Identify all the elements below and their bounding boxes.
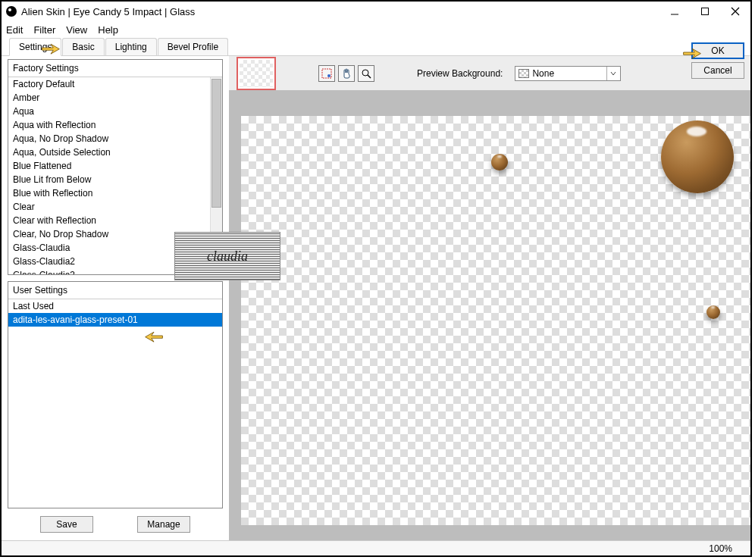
factory-item[interactable]: Blue Flattened xyxy=(8,159,222,173)
factory-item[interactable]: Amber xyxy=(8,91,222,105)
svg-rect-1 xyxy=(702,8,709,15)
factory-item[interactable]: Clear xyxy=(8,200,222,214)
titlebar: Alien Skin | Eye Candy 5 Impact | Glass xyxy=(2,2,750,21)
tab-lighting[interactable]: Lighting xyxy=(105,38,157,55)
tab-basic[interactable]: Basic xyxy=(62,38,104,55)
chevron-down-icon xyxy=(606,67,619,80)
factory-item[interactable]: Aqua with Reflection xyxy=(8,118,222,132)
menu-help[interactable]: Help xyxy=(98,24,118,36)
app-icon xyxy=(6,6,17,17)
factory-settings-list[interactable]: Factory Settings Factory DefaultAmberAqu… xyxy=(8,59,223,275)
user-item[interactable]: Last Used xyxy=(8,299,222,313)
maximize-button[interactable] xyxy=(690,2,720,21)
factory-item[interactable]: Glass-Claudia3 xyxy=(8,268,222,274)
preset-button-row: Save Manage xyxy=(8,515,223,534)
preview-bg-value: None xyxy=(532,68,554,79)
status-bar: 100% xyxy=(2,540,750,555)
minimize-button[interactable] xyxy=(659,2,690,21)
cancel-button[interactable]: Cancel xyxy=(691,62,744,79)
tool-hand-icon[interactable] xyxy=(338,65,355,82)
save-button[interactable]: Save xyxy=(40,516,93,533)
zoom-level: 100% xyxy=(709,543,732,554)
factory-item[interactable]: Glass-Claudia2 xyxy=(8,255,222,268)
factory-item[interactable]: Aqua xyxy=(8,105,222,118)
manage-button[interactable]: Manage xyxy=(137,516,190,533)
svg-point-5 xyxy=(327,74,331,77)
glass-sphere-mid xyxy=(491,154,508,171)
tool-zoom-icon[interactable] xyxy=(358,65,374,82)
content: Factory Settings Factory DefaultAmberAqu… xyxy=(2,56,750,540)
factory-item[interactable]: Clear, No Drop Shadow xyxy=(8,227,222,241)
preview-bg-select[interactable]: None xyxy=(515,66,621,81)
preview-toolbar: Preview Background: None xyxy=(229,56,750,90)
factory-item[interactable]: Factory Default xyxy=(8,77,222,91)
menubar: Edit Filter View Help xyxy=(2,21,750,38)
tool-buttons xyxy=(318,65,374,82)
left-panel: Factory Settings Factory DefaultAmberAqu… xyxy=(2,56,229,540)
window-title: Alien Skin | Eye Candy 5 Impact | Glass xyxy=(21,6,195,17)
preview-wrap xyxy=(229,90,750,540)
factory-scrollbar[interactable] xyxy=(210,77,222,274)
ok-button[interactable]: OK xyxy=(691,42,744,59)
factory-item[interactable]: Aqua, No Drop Shadow xyxy=(8,132,222,145)
close-button[interactable] xyxy=(720,2,750,21)
preview-bg-swatch xyxy=(518,69,529,78)
user-settings-head: User Settings xyxy=(8,282,222,299)
right-panel: OK Cancel Preview xyxy=(229,56,750,540)
dialog-buttons: OK Cancel xyxy=(691,42,744,79)
glass-sphere-small xyxy=(706,305,720,319)
factory-item[interactable]: Glass-Claudia xyxy=(8,241,222,255)
factory-item[interactable]: Clear with Reflection xyxy=(8,214,222,227)
user-settings-list[interactable]: User Settings Last Usedadita-les-avani-g… xyxy=(8,281,223,508)
svg-point-6 xyxy=(362,70,368,76)
preview-bg-label: Preview Background: xyxy=(417,68,503,79)
preview-canvas[interactable] xyxy=(241,116,750,525)
thumbnail-preview[interactable] xyxy=(237,57,276,90)
factory-item[interactable]: Aqua, Outside Selection xyxy=(8,145,222,159)
menu-filter[interactable]: Filter xyxy=(33,24,55,36)
factory-settings-head: Factory Settings xyxy=(8,60,222,77)
factory-item[interactable]: Blue with Reflection xyxy=(8,186,222,200)
menu-edit[interactable]: Edit xyxy=(6,24,23,36)
svg-line-7 xyxy=(368,75,371,78)
tool-marquee-icon[interactable] xyxy=(318,65,335,82)
tabbar: Settings Basic Lighting Bevel Profile xyxy=(2,38,750,56)
glass-sphere-large xyxy=(661,120,734,193)
user-item[interactable]: adita-les-avani-glass-preset-01 xyxy=(8,313,222,327)
tab-bevel-profile[interactable]: Bevel Profile xyxy=(158,38,228,55)
window: Alien Skin | Eye Candy 5 Impact | Glass … xyxy=(0,0,752,557)
menu-view[interactable]: View xyxy=(66,24,87,36)
tab-settings[interactable]: Settings xyxy=(9,38,61,56)
factory-item[interactable]: Blue Lit from Below xyxy=(8,173,222,186)
